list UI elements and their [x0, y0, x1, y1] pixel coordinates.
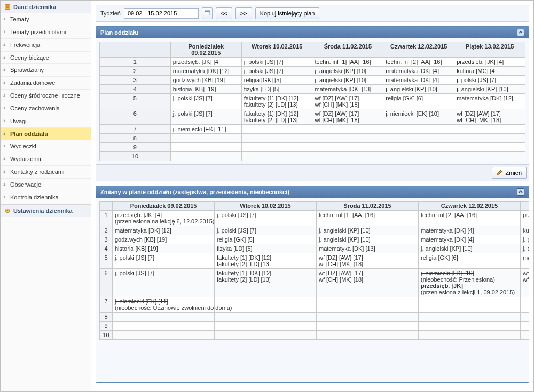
row-number: 4 [100, 244, 113, 253]
sidebar-section-title: Ustawienia dziennika [13, 207, 73, 214]
plan-cell: fakultety [1] [DK] [12]fakultety [2] [LD… [241, 109, 312, 125]
column-header [100, 202, 113, 211]
plan-cell: j. angielski [KP] [10] [383, 85, 454, 94]
row-number: 10 [100, 331, 113, 340]
panel-plan-body: Poniedziałek 09.02.2015Wtorek 10.02.2015… [96, 38, 529, 164]
plan-cell [241, 143, 312, 152]
plan-cell: j. polski [JS] [7] [215, 211, 317, 226]
calendar-button[interactable] [202, 7, 213, 19]
week-label: Tydzień [100, 10, 121, 17]
row-number: 7 [100, 125, 171, 134]
plan-cell [312, 152, 383, 161]
plan-cell: religia [GK] [5] [215, 235, 317, 244]
plan-cell [521, 313, 529, 322]
plan-cell: kultura [MC] [4] [454, 67, 525, 76]
plan-cell: j. polski [JS] [7] [241, 58, 312, 67]
calendar-icon [205, 10, 210, 17]
sidebar-item-list: TematyTematy przedmiotamiFrekwencjaOceny… [1, 13, 91, 204]
column-header: Środa 11.02.2015 [312, 42, 383, 58]
plan-cell [170, 143, 241, 152]
plan-cell [419, 297, 521, 313]
sidebar-item[interactable]: Sprawdziany [1, 64, 91, 77]
plan-cell: j. a [521, 244, 529, 253]
sidebar-item[interactable]: Oceny śródroczne i roczne [1, 90, 91, 102]
plan-cell [454, 134, 525, 143]
plan-cell: j. niemiecki [EK] [11](nieobecność: Uczn… [113, 297, 215, 313]
panel-plan: Plan oddziału Poniedziałek 09.02.2015Wto… [96, 26, 529, 181]
plan-cell: przedsięb. [JK] [4](przeniesiona na lekc… [113, 211, 215, 226]
plan-cell: techn. inf [2] [AA] [16] [383, 58, 454, 67]
column-header [100, 42, 171, 58]
row-number: 5 [100, 94, 171, 109]
week-toolbar: Tydzień << >> Kopiuj istniejący plan [96, 5, 529, 22]
column-header: Pią [521, 202, 529, 211]
column-header: Czwartek 12.02.2015 [419, 202, 521, 211]
sidebar-item[interactable]: Zadania domowe [1, 77, 91, 90]
plan-cell [317, 313, 419, 322]
plan-cell [241, 134, 312, 143]
collapse-icon[interactable] [517, 188, 524, 196]
column-header: Wtorek 10.02.2015 [241, 42, 312, 58]
plan-cell [454, 125, 525, 134]
week-range-input[interactable] [124, 8, 199, 19]
pencil-icon [497, 169, 503, 177]
panel-plan-header: Plan oddziału [96, 27, 529, 38]
next-week-button[interactable]: >> [235, 7, 252, 19]
main-content: Tydzień << >> Kopiuj istniejący plan Pla… [91, 1, 533, 391]
row-number: 3 [100, 76, 171, 85]
plan-cell: j. angielski [KP] [10] [317, 226, 419, 235]
plan-cell: fakultety [1] [DK] [12]fakultety [2] [LD… [215, 253, 317, 269]
plan-cell [419, 313, 521, 322]
plan-cell [215, 322, 317, 331]
panel-changes-body[interactable]: Poniedziałek 09.02.2015Wtorek 10.02.2015… [96, 198, 529, 382]
plan-cell [521, 331, 529, 340]
sidebar-item[interactable]: Kontrola dziennika [1, 191, 91, 204]
sidebar-item[interactable]: Plan oddziału [1, 128, 91, 141]
plan-cell: techn. inf [1] [AA] [16] [317, 211, 419, 226]
plan-cell: religia [GK] [5] [241, 76, 312, 85]
panel-plan-footer: Zmień [96, 164, 529, 181]
sidebar-item[interactable]: Kontakty z rodzicami [1, 166, 91, 179]
sidebar-item[interactable]: Uwagi [1, 115, 91, 128]
plan-cell: j. niemiecki [EK] [10] [383, 109, 454, 125]
row-number: 1 [100, 58, 171, 67]
sidebar-item[interactable]: Frekwencja [1, 39, 91, 52]
plan-cell: matematyka [DK] [4] [383, 76, 454, 85]
edit-plan-button[interactable]: Zmień [492, 167, 527, 179]
plan-cell [113, 322, 215, 331]
plan-cell: j. polski [JS] [7] [241, 67, 312, 76]
plan-cell: wf [DZ] [AW] [17]wf [CH] [MK] [18] [454, 109, 525, 125]
plan-cell: godz.wych [KB] [19] [170, 76, 241, 85]
svg-rect-4 [205, 11, 210, 12]
row-number: 7 [100, 297, 113, 313]
row-number: 9 [100, 322, 113, 331]
svg-point-2 [7, 210, 8, 211]
row-number: 2 [100, 67, 171, 76]
column-header: Poniedziałek 09.02.2015 [170, 42, 241, 58]
plan-cell [113, 313, 215, 322]
copy-plan-button[interactable]: Kopiuj istniejący plan [255, 7, 320, 19]
plan-cell: j. polski [JS] [7] [113, 253, 215, 269]
sidebar-item[interactable]: Wydarzenia [1, 153, 91, 166]
plan-cell: j. polski [JS] [7] [170, 109, 241, 125]
sidebar-section-journal-data: Dane dziennika [1, 1, 91, 13]
sidebar-item[interactable]: Oceny bieżące [1, 52, 91, 65]
plan-cell: wf [DZ] [AW] [17]wf [CH] [MK] [18] [317, 269, 419, 297]
sidebar-item[interactable]: Wycieczki [1, 140, 91, 153]
sidebar-item[interactable]: Obserwacje [1, 179, 91, 191]
plan-cell [170, 134, 241, 143]
collapse-icon[interactable] [517, 29, 524, 36]
column-header: Czwartek 12.02.2015 [383, 42, 454, 58]
plan-cell: wf [DZ] [AW] [17]wf [CH] [MK] [18] [312, 109, 383, 125]
prev-week-button[interactable]: << [216, 7, 232, 19]
plan-cell: j. angielski [KP] [10] [317, 235, 419, 244]
row-number: 2 [100, 226, 113, 235]
plan-cell [113, 331, 215, 340]
sidebar-item[interactable]: Oceny zachowania [1, 102, 91, 115]
sidebar-item[interactable]: Tematy [1, 13, 91, 26]
plan-cell [215, 331, 317, 340]
plan-cell: matematyka [DK] [4] [419, 235, 521, 244]
sidebar-item[interactable]: Tematy przedmiotami [1, 26, 91, 39]
plan-cell: techn. inf [2] [AA] [16] [419, 211, 521, 226]
plan-cell [383, 134, 454, 143]
